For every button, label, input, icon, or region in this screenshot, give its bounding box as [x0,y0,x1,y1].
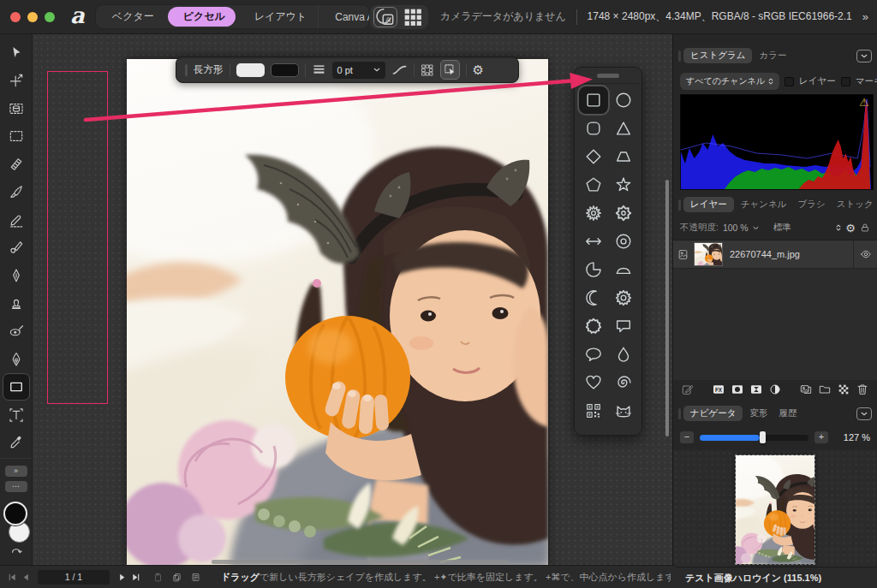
marquee-checkbox[interactable] [841,77,850,86]
shape-square[interactable] [579,86,608,114]
zoom-percentage[interactable]: 127 % [834,432,870,442]
tool-selection-brush[interactable] [3,96,29,122]
tab-channels[interactable]: チャンネル [737,197,791,212]
shape-qr-code[interactable] [579,397,608,425]
layer-checkbox[interactable] [785,77,794,86]
tool-paint-brush[interactable] [3,180,29,205]
panel-grip[interactable] [678,50,681,62]
channel-select[interactable]: すべてのチャンネル [680,73,779,90]
tool-smart-select[interactable] [3,151,29,177]
tab-layout-persona[interactable]: レイアウト [238,5,318,28]
shape-speech-rectangle[interactable] [609,312,638,340]
last-page-button[interactable] [128,570,142,584]
tool-frame-text[interactable] [3,402,29,428]
zoom-window-button[interactable] [45,12,55,22]
toolbar-expand-button[interactable]: » [5,466,27,477]
shape-speech-ellipse[interactable] [579,341,608,368]
zoom-slider[interactable] [700,435,808,441]
shape-circle[interactable] [609,86,638,114]
stroke-width-select[interactable]: 0 pt [332,62,385,79]
next-page-button[interactable] [115,570,128,584]
tab-canva-ai[interactable]: Canva AI [318,5,369,28]
stroke-color-well[interactable] [3,502,27,526]
shape-crescent[interactable] [579,284,608,312]
stroke-swatch[interactable] [271,63,299,77]
tool-node[interactable] [3,68,29,94]
shape-double-arrow[interactable] [579,228,608,255]
tool-blemish-removal[interactable] [3,318,29,344]
shape-heart[interactable] [579,369,608,396]
shape-pentagon[interactable] [579,171,608,199]
fx-icon[interactable]: FX [712,383,725,396]
zoom-in-button[interactable]: + [814,431,828,443]
shape-spiral[interactable] [609,369,638,396]
mask-icon[interactable] [731,383,744,396]
titlebar-overflow-chevron[interactable]: » [862,10,868,23]
settings-gear-icon[interactable]: ⚙ [473,63,484,76]
tab-history[interactable]: 履歴 [774,406,801,421]
lock-icon[interactable] [860,223,870,233]
shape-star[interactable] [609,171,638,199]
tool-rectangle[interactable] [3,374,29,400]
layer-row[interactable]: 22670744_m.jpg [673,241,877,269]
shape-tear[interactable] [609,341,638,368]
shape-diamond[interactable] [579,143,608,170]
stepper-icon[interactable] [836,224,841,231]
shape-rounded-square[interactable] [579,115,608,142]
shape-burst[interactable] [579,199,608,227]
swap-colors-icon[interactable] [10,547,22,555]
shape-cat[interactable] [609,397,638,425]
auto-correct-toggle[interactable]: A [373,7,397,27]
collapse-panel-button[interactable] [856,50,872,62]
edit-all-layers-toggle[interactable] [440,60,460,80]
first-page-button[interactable] [5,570,19,584]
tab-navigator[interactable]: ナビゲータ [683,406,743,421]
tab-stock[interactable]: ストック [832,197,877,212]
tool-vector-brush[interactable] [3,235,29,261]
close-window-button[interactable] [10,12,21,22]
snap-grid-icon[interactable] [421,63,434,77]
panel-grip[interactable] [678,408,681,419]
zoom-slider-handle[interactable] [760,431,766,443]
tool-marquee[interactable] [3,124,29,150]
add-image-icon[interactable] [799,383,813,396]
zoom-out-button[interactable]: − [680,431,694,443]
shape-clover[interactable] [609,199,638,227]
shape-triangle[interactable] [609,115,638,142]
adjustment-icon[interactable] [749,383,763,396]
layer-settings-gear-icon[interactable]: ⚙ [845,223,856,234]
shape-pie[interactable] [579,256,608,283]
vertical-scrollbar[interactable] [665,180,669,437]
tool-pencil[interactable] [3,207,29,233]
shape-cog[interactable] [609,284,638,312]
tab-transform[interactable]: 変形 [745,406,772,421]
shape-cloud[interactable] [579,312,608,340]
shape-trapezoid[interactable] [609,143,638,170]
live-filter-icon[interactable] [768,383,782,396]
delete-layer-trash-icon[interactable] [856,383,869,396]
tool-pen[interactable] [3,347,29,372]
new-group-folder-icon[interactable] [818,383,832,396]
tab-pixel-persona[interactable]: ピクセル [168,7,236,27]
tab-brushes[interactable]: ブラシ [793,197,829,212]
tab-layers[interactable]: レイヤー [683,197,734,212]
opacity-value[interactable]: 100 % [723,223,749,233]
tab-histogram[interactable]: ヒストグラム [683,48,752,63]
document-page[interactable] [127,59,548,565]
tool-color-picker[interactable] [3,430,29,455]
page-list-icon[interactable] [188,570,202,584]
context-toolbar-grip[interactable] [185,64,188,76]
previous-page-button[interactable] [19,570,33,584]
layer-visibility-cell[interactable] [853,241,877,269]
edit-layer-icon[interactable] [681,383,695,396]
blend-mode-select[interactable]: 標準 [773,222,832,234]
clipping-warning-icon[interactable]: ⚠ [859,96,869,109]
horizontal-scrollbar[interactable] [212,560,510,564]
shape-donut[interactable] [609,228,638,255]
fill-swatch[interactable] [236,63,265,77]
stroke-profile-icon[interactable] [391,63,408,77]
panel-grip[interactable] [678,199,681,211]
tool-pen-type[interactable] [3,263,29,288]
color-wells[interactable] [2,502,31,544]
chevron-down-icon[interactable] [753,226,759,230]
